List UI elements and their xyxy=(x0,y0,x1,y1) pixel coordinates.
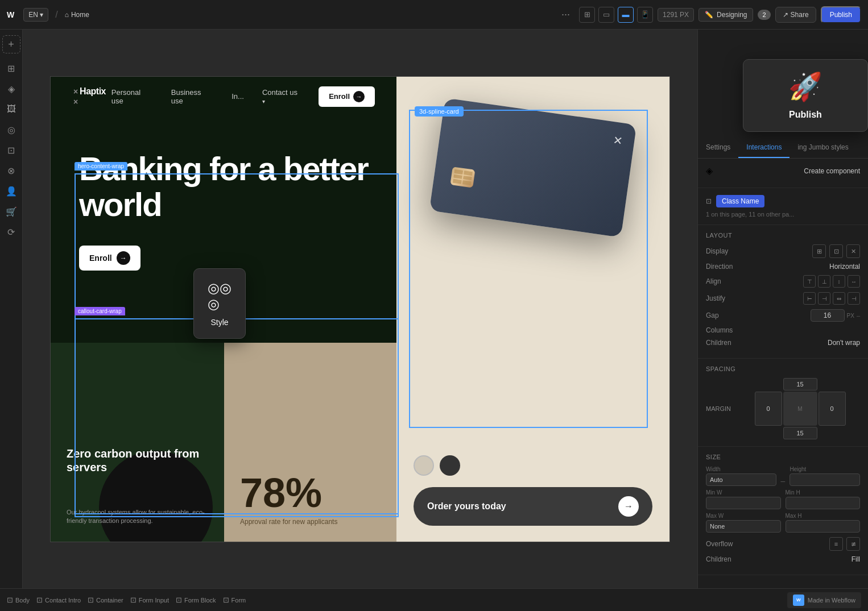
add-element-button[interactable]: + xyxy=(2,35,20,53)
pages-panel-toggle[interactable]: ⊡ xyxy=(2,141,20,159)
site-logo: × Haptix × xyxy=(73,86,111,107)
swatch-dark[interactable] xyxy=(440,455,460,476)
children-fill-value[interactable]: Fill xyxy=(852,555,860,563)
swatch-light[interactable] xyxy=(414,455,434,476)
nav-contact[interactable]: Contact us xyxy=(262,88,300,105)
hero-title: Banking for a better world xyxy=(79,151,369,223)
nav-in[interactable]: In... xyxy=(232,92,244,101)
chip-cell-5 xyxy=(453,179,462,184)
justify-row: Justify ⊢ ⊣ ⇔ ⊣ xyxy=(706,292,860,305)
mode-toggle[interactable]: ✏️ Designing xyxy=(698,8,753,22)
spacing-center: M xyxy=(783,392,817,426)
cms-panel-toggle[interactable]: ⊗ xyxy=(2,161,20,180)
max-row: Max W Max H xyxy=(706,513,860,533)
landscape-icon[interactable]: ▬ xyxy=(618,7,634,23)
create-component-label[interactable]: Create component xyxy=(804,167,860,175)
justify-end-icon[interactable]: ⊣ xyxy=(848,292,860,305)
share-button[interactable]: ↗ Share xyxy=(775,7,816,23)
breadcrumb-form-input[interactable]: ⊡ Form Input xyxy=(130,596,169,604)
container-icon: ⊡ xyxy=(88,596,94,604)
size-section: Size Width – Height Min W Min H xyxy=(698,447,868,575)
overflow-hidden-icon[interactable]: ≢ xyxy=(846,537,860,551)
order-button[interactable]: Order yours today → xyxy=(414,487,652,526)
desktop-icon[interactable]: ⊞ xyxy=(579,7,595,23)
mobile-icon[interactable]: 📱 xyxy=(637,7,653,23)
width-input[interactable] xyxy=(706,473,776,486)
credit-card: ✕ xyxy=(429,98,637,237)
canvas-area[interactable]: × Haptix × Personal use Business use In.… xyxy=(23,30,697,588)
active-users[interactable]: 2 xyxy=(758,10,770,20)
min-h-input[interactable] xyxy=(786,497,861,509)
breadcrumb-container[interactable]: ⊡ Container xyxy=(88,596,123,604)
tab-settings[interactable]: Settings xyxy=(698,138,738,158)
margin-label: MARGIN xyxy=(706,405,731,412)
breadcrumb-body[interactable]: ⊡ Body xyxy=(7,596,30,604)
nav-personal-use[interactable]: Personal use xyxy=(111,88,153,105)
language-selector[interactable]: EN ▾ xyxy=(23,8,48,22)
children-label: Children xyxy=(706,339,731,347)
components-panel-toggle[interactable]: ◈ xyxy=(2,80,20,98)
margin-bottom-input[interactable] xyxy=(783,427,817,439)
credit-card-chip xyxy=(450,167,475,188)
nav-business-use[interactable]: Business use xyxy=(171,88,213,105)
ecommerce-panel-toggle[interactable]: 🛒 xyxy=(2,202,20,221)
align-top-icon[interactable]: ⊤ xyxy=(803,275,816,288)
assets-panel-toggle[interactable]: 🖼 xyxy=(2,100,20,118)
justify-center-icon[interactable]: ⊣ xyxy=(818,292,830,305)
align-bottom-icon[interactable]: ↕ xyxy=(833,275,845,288)
display-grid-icon[interactable]: ⊡ xyxy=(829,244,843,258)
gap-input[interactable] xyxy=(811,309,845,322)
3d-spline-card-tag: 3d-spline-card xyxy=(415,106,464,117)
card-tan-percentage: 78% xyxy=(240,472,382,513)
style-popup: ◎◎◎ Style xyxy=(193,268,246,339)
tab-interactions[interactable]: Interactions xyxy=(738,138,790,158)
rocket-icon: 🚀 xyxy=(788,71,822,103)
direction-value[interactable]: Horizontal xyxy=(829,263,860,271)
overflow-visible-icon[interactable]: ≡ xyxy=(829,537,843,551)
users-panel-toggle[interactable]: 👤 xyxy=(2,182,20,200)
home-link[interactable]: ⌂ Home xyxy=(65,11,89,19)
min-w-input[interactable] xyxy=(706,497,781,509)
tab-jumbo[interactable]: ing Jumbo styles xyxy=(790,138,856,158)
breadcrumb-form-block[interactable]: ⊡ Form Block xyxy=(176,596,216,604)
tablet-icon[interactable]: ▭ xyxy=(598,7,614,23)
color-swatches xyxy=(414,455,652,476)
max-h-input[interactable] xyxy=(786,520,861,533)
spacing-grid: M xyxy=(755,378,846,439)
class-name-badge[interactable]: Class Name xyxy=(716,195,764,207)
display-flex-icon[interactable]: ⊞ xyxy=(812,244,826,258)
align-center-icon[interactable]: ⊥ xyxy=(818,275,830,288)
nav-enroll-button[interactable]: Enroll → xyxy=(319,86,375,107)
style-panel-toggle[interactable]: ◎ xyxy=(2,120,20,139)
min-w-label: Min W xyxy=(706,489,781,496)
canvas-width: 1291 PX xyxy=(658,8,694,22)
margin-right-input[interactable] xyxy=(819,392,846,426)
hero-enroll-button[interactable]: Enroll → xyxy=(79,246,140,271)
max-h-group: Max H xyxy=(786,513,861,533)
children-value[interactable]: Don't wrap xyxy=(828,339,860,347)
min-h-label: Min H xyxy=(786,489,861,496)
made-in-webflow-badge[interactable]: W Made in Webflow xyxy=(787,592,861,608)
publish-button[interactable]: Publish xyxy=(821,6,861,23)
children-row: Children Don't wrap xyxy=(706,339,860,347)
height-input[interactable] xyxy=(790,473,860,486)
layers-panel-toggle[interactable]: ⊞ xyxy=(2,59,20,77)
webflow-logo: W xyxy=(793,595,804,606)
card-tan: 78% Approval rate for new applicants xyxy=(224,343,398,542)
max-w-input[interactable] xyxy=(706,520,781,533)
margin-left-input[interactable] xyxy=(755,392,782,426)
card-order-section: Order yours today → xyxy=(396,438,669,542)
direction-row: Direction Horizontal xyxy=(706,263,860,271)
margin-top-input[interactable] xyxy=(783,378,817,390)
justify-between-icon[interactable]: ⇔ xyxy=(833,292,845,305)
align-stretch-icon[interactable]: ↔ xyxy=(848,275,860,288)
justify-start-icon[interactable]: ⊢ xyxy=(803,292,816,305)
contact-intro-icon: ⊡ xyxy=(36,596,43,604)
display-none-icon[interactable]: ✕ xyxy=(846,244,860,258)
breadcrumb-form[interactable]: ⊡ Form xyxy=(223,596,246,604)
logic-panel-toggle[interactable]: ⟳ xyxy=(2,223,20,241)
max-h-label: Max H xyxy=(786,513,861,519)
class-info-text: 1 on this page, 11 on other pa... xyxy=(706,211,860,218)
breadcrumb-contact-intro[interactable]: ⊡ Contact Intro xyxy=(36,596,81,604)
more-options[interactable]: ··· xyxy=(557,6,574,23)
